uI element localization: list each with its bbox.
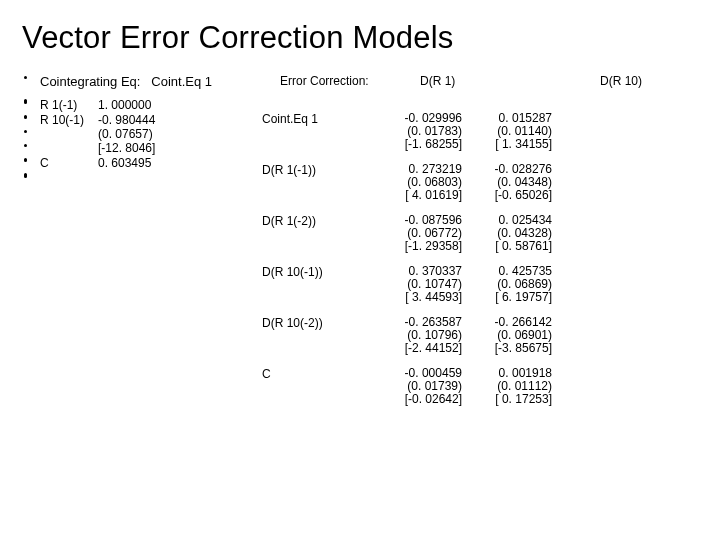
coint-eq-name: Coint.Eq 1 <box>151 74 212 89</box>
row-label: C <box>262 367 372 406</box>
table-row: D(R 1(-2))-0. 087596(0. 06772)[-1. 29358… <box>0 212 720 263</box>
left-header: Cointegrating Eq: Coint.Eq 1 <box>40 74 280 89</box>
coint-eq-label: Cointegrating Eq: <box>40 74 140 89</box>
table-row: C-0. 000459(0. 01739)[-0. 02642]0. 00191… <box>0 365 720 416</box>
header-row: Cointegrating Eq: Coint.Eq 1 Error Corre… <box>18 74 706 89</box>
err-corr-label: Error Correction: <box>280 74 390 88</box>
table-row: D(R 10(-2))-0. 263587(0. 10796)[-2. 4415… <box>0 314 720 365</box>
row-label: D(R 1(-2)) <box>262 214 372 253</box>
col-dr10: D(R 10) <box>600 74 680 88</box>
row-label: D(R 10(-2)) <box>262 316 372 355</box>
row-label: Coint.Eq 1 <box>262 112 372 151</box>
slide-title: Vector Error Correction Models <box>22 20 706 56</box>
table-row: D(R 1(-1))0. 273219(0. 06803)[ 4. 01619]… <box>0 161 720 212</box>
table-row: Coint.Eq 1-0. 029996(0. 01783)[-1. 68255… <box>0 110 720 161</box>
slide: Vector Error Correction Models Cointegra… <box>0 0 720 540</box>
table-row: D(R 10(-1))0. 370337(0. 10747)[ 3. 44593… <box>0 263 720 314</box>
row-label: D(R 10(-1)) <box>262 265 372 304</box>
right-table: Coint.Eq 1-0. 029996(0. 01783)[-1. 68255… <box>0 110 720 416</box>
col-dr1: D(R 1) <box>390 74 510 88</box>
row-label: D(R 1(-1)) <box>262 163 372 202</box>
right-header: Error Correction: D(R 1) D(R 10) <box>280 74 706 88</box>
